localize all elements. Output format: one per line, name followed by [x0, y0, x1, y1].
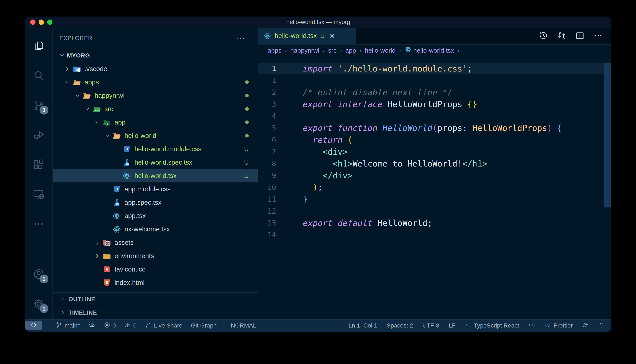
activity-item-run-debug[interactable]	[29, 120, 49, 150]
code-line[interactable]: 6 return (	[258, 134, 611, 146]
editor-scrollbar[interactable]	[604, 62, 611, 208]
status-warnings[interactable]: 0	[124, 322, 137, 330]
status-feedback[interactable]	[582, 322, 589, 330]
activity-item-explorer[interactable]	[29, 32, 49, 61]
code-line[interactable]: 9 </div>	[258, 170, 611, 181]
extensions-icon	[33, 158, 45, 172]
code-line[interactable]: 7 <div>	[258, 146, 611, 158]
code-line[interactable]: 11}	[258, 193, 611, 205]
status-errors[interactable]: 0	[104, 322, 116, 330]
breadcrumb-item-happynrwl[interactable]: happynrwl	[290, 47, 319, 54]
svg-text:⚙: ⚙	[107, 122, 110, 126]
tree-item-label: environments	[114, 252, 154, 260]
line-number: 10	[258, 183, 276, 192]
activity-item-more-views[interactable]	[29, 210, 49, 239]
status-eol[interactable]: LF	[449, 322, 456, 329]
tree-file-index.html[interactable]: 5index.html	[53, 276, 258, 289]
code-line[interactable]: 5export function HelloWorld(props: Hello…	[258, 122, 611, 134]
code-line[interactable]: 8 <h1>Welcome to HelloWorld!</h1>	[258, 158, 611, 170]
tab-hello-world-tsx[interactable]: hello-world.tsx U ✕	[258, 28, 356, 44]
activity-item-remote-explorer[interactable]	[29, 180, 49, 210]
tree-folder-apps[interactable]: apps	[53, 76, 258, 89]
code-editor[interactable]: 1import './hello-world.module.css';12/* …	[258, 56, 611, 319]
tree-item-label: src	[105, 105, 113, 113]
status-label: TypeScript React	[474, 322, 519, 329]
breadcrumb-item-src[interactable]: src	[328, 47, 336, 54]
workspace-root-row[interactable]: MYORG	[53, 49, 258, 62]
split-editor-button[interactable]	[575, 31, 585, 41]
tab-close-icon[interactable]: ✕	[329, 32, 335, 40]
folder-app: ⚙	[102, 118, 112, 127]
line-number: 11	[258, 195, 276, 204]
line-number: 9	[258, 171, 276, 180]
breadcrumb-overflow[interactable]: …	[463, 47, 469, 54]
open-changes-button[interactable]	[557, 31, 566, 41]
chevron-down-icon	[82, 106, 92, 112]
braces-icon	[465, 322, 472, 330]
git-untracked-badge: U	[244, 159, 249, 166]
status-github[interactable]	[529, 322, 535, 330]
activity-item-settings[interactable]: 1	[29, 289, 49, 319]
tree-file-app.spec.tsx[interactable]: TSapp.spec.tsx	[53, 196, 258, 209]
code-line[interactable]: 3export interface HelloWorldProps {}	[258, 98, 611, 110]
activity-item-source-control[interactable]: 3	[29, 91, 49, 120]
status-vim-mode[interactable]: -- NORMAL --	[225, 322, 262, 329]
tree-folder-src[interactable]: </>src	[53, 102, 258, 116]
status-notifications[interactable]	[598, 322, 605, 330]
code-line[interactable]: 14	[258, 229, 611, 241]
code-line[interactable]: 13export default HelloWorld;	[258, 217, 611, 229]
status-label: Spaces: 2	[387, 322, 413, 329]
tree-file-app.module.css[interactable]: 3app.module.css	[53, 182, 258, 196]
tree-folder-assets[interactable]: ⚙assets	[53, 236, 258, 249]
code-line[interactable]: 2/* eslint-disable-next-line */	[258, 86, 611, 98]
activity-item-extensions[interactable]	[29, 150, 49, 180]
timeline-history-button[interactable]	[539, 31, 548, 41]
warning-icon	[124, 322, 131, 330]
code-line[interactable]: 4	[258, 110, 611, 122]
tree-folder-hello-world[interactable]: hello-world	[53, 129, 258, 142]
code-line[interactable]: 1import './hello-world.module.css';	[258, 62, 611, 74]
more-actions-button[interactable]	[593, 31, 603, 41]
tree-folder-environments[interactable]: environments	[53, 249, 258, 262]
code-line[interactable]: 12	[258, 205, 611, 217]
explorer-sidebar: EXPLORER ⋯ MYORG .vscodeappshappynrwl</>…	[53, 28, 258, 319]
tree-folder-app[interactable]: ⚙app	[53, 116, 258, 129]
status-remote-indicator[interactable]	[25, 321, 42, 330]
chevron-down-icon	[72, 92, 82, 99]
status-language-mode[interactable]: TypeScript React	[465, 322, 519, 330]
status-label: UTF-8	[422, 322, 439, 329]
status-cursor-position[interactable]: Ln 1, Col 1	[349, 322, 377, 329]
panel-outline[interactable]: OUTLINE	[53, 292, 258, 306]
breadcrumb-item-hello-world[interactable]: hello-world	[365, 47, 395, 54]
explorer-more-actions-button[interactable]: ⋯	[237, 36, 245, 40]
tree-file-nx-welcome.tsx[interactable]: nx-welcome.tsx	[53, 222, 258, 236]
activity-item-search[interactable]	[29, 61, 49, 91]
code-line[interactable]: 10 );	[258, 181, 611, 193]
tree-file-hello-world.module.css[interactable]: 3hello-world.module.cssU	[53, 142, 258, 156]
tree-file-hello-world.spec.tsx[interactable]: TShello-world.spec.tsxU	[53, 156, 258, 169]
status-git-branch[interactable]: main*	[56, 322, 80, 330]
tree-file-hello-world.tsx[interactable]: hello-world.tsxU	[53, 169, 258, 182]
tree-folder-.vscode[interactable]: .vscode	[53, 62, 258, 76]
tree-file-app.tsx[interactable]: app.tsx	[53, 209, 258, 222]
status-prettier[interactable]: Prettier	[545, 322, 573, 330]
status-sync-changes[interactable]	[88, 322, 95, 330]
react-icon	[264, 32, 271, 40]
tree-folder-happynrwl[interactable]: happynrwl	[53, 89, 258, 102]
activity-item-accounts[interactable]: 1	[29, 260, 49, 289]
tree-file-favicon.ico[interactable]: favicon.ico	[53, 262, 258, 276]
code-line[interactable]: 1	[258, 74, 611, 86]
status-git-graph[interactable]: Git Graph	[191, 322, 217, 329]
breadcrumb-item-file[interactable]: hello-world.tsx	[404, 46, 454, 54]
breadcrumb-item-app[interactable]: app	[345, 47, 356, 54]
breadcrumb-item-apps[interactable]: apps	[268, 47, 282, 54]
css-icon: 3	[122, 144, 131, 154]
line-number: 1	[258, 76, 276, 85]
status-indentation[interactable]: Spaces: 2	[387, 322, 413, 329]
status-live-share[interactable]: Live Share	[145, 322, 182, 330]
svg-text:</>: </>	[95, 109, 100, 112]
panel-timeline[interactable]: TIMELINE	[53, 306, 258, 319]
tree-item-label: favicon.ico	[114, 266, 145, 273]
tree-item-label: assets	[114, 239, 134, 246]
status-encoding[interactable]: UTF-8	[422, 322, 439, 329]
